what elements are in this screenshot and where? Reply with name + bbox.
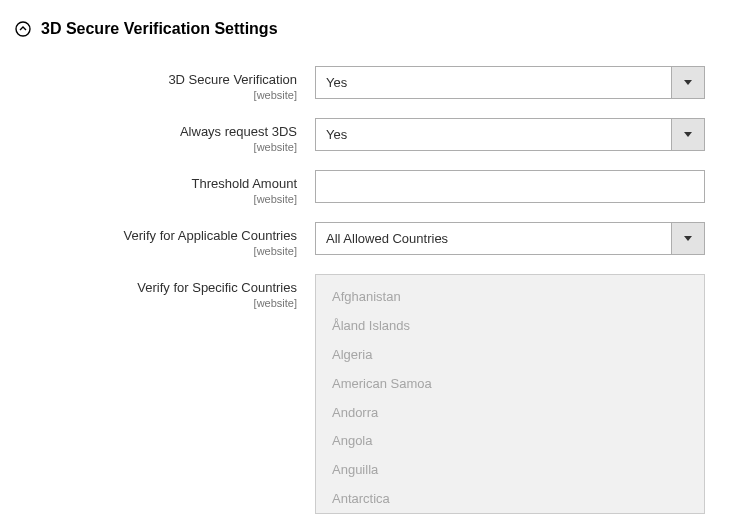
- row-3ds-verification: 3D Secure Verification [website] Yes: [15, 66, 730, 102]
- multiselect-option[interactable]: American Samoa: [316, 370, 704, 399]
- section-header[interactable]: 3D Secure Verification Settings: [15, 20, 730, 38]
- field-scope: [website]: [15, 193, 297, 206]
- field-scope: [website]: [15, 297, 297, 310]
- input-threshold-amount[interactable]: [315, 170, 705, 203]
- collapse-icon: [15, 21, 31, 37]
- section-title: 3D Secure Verification Settings: [41, 20, 278, 38]
- row-applicable-countries: Verify for Applicable Countries [website…: [15, 222, 730, 258]
- label-col: 3D Secure Verification [website]: [15, 66, 315, 102]
- chevron-down-icon: [671, 119, 704, 150]
- chevron-down-icon: [671, 223, 704, 254]
- select-value: Yes: [316, 127, 671, 142]
- field-label: 3D Secure Verification: [15, 72, 297, 89]
- field-scope: [website]: [15, 245, 297, 258]
- select-value: Yes: [316, 75, 671, 90]
- row-always-request-3ds: Always request 3DS [website] Yes: [15, 118, 730, 154]
- multiselect-option[interactable]: Angola: [316, 427, 704, 456]
- multiselect-option[interactable]: Afghanistan: [316, 283, 704, 312]
- row-specific-countries: Verify for Specific Countries [website] …: [15, 274, 730, 514]
- field-scope: [website]: [15, 89, 297, 102]
- multiselect-option[interactable]: Algeria: [316, 341, 704, 370]
- field-label: Verify for Specific Countries: [15, 280, 297, 297]
- select-3ds-verification[interactable]: Yes: [315, 66, 705, 99]
- label-col: Verify for Specific Countries [website]: [15, 274, 315, 310]
- field-scope: [website]: [15, 141, 297, 154]
- multiselect-option[interactable]: Antarctica: [316, 485, 704, 513]
- select-applicable-countries[interactable]: All Allowed Countries: [315, 222, 705, 255]
- row-threshold-amount: Threshold Amount [website]: [15, 170, 730, 206]
- multiselect-option[interactable]: Anguilla: [316, 456, 704, 485]
- multiselect-option[interactable]: Åland Islands: [316, 312, 704, 341]
- field-label: Verify for Applicable Countries: [15, 228, 297, 245]
- field-label: Threshold Amount: [15, 176, 297, 193]
- multiselect-option[interactable]: Andorra: [316, 399, 704, 428]
- chevron-down-icon: [671, 67, 704, 98]
- label-col: Verify for Applicable Countries [website…: [15, 222, 315, 258]
- select-value: All Allowed Countries: [316, 231, 671, 246]
- multiselect-specific-countries[interactable]: AfghanistanÅland IslandsAlgeriaAmerican …: [315, 274, 705, 514]
- svg-point-0: [16, 22, 30, 36]
- multiselect-list[interactable]: AfghanistanÅland IslandsAlgeriaAmerican …: [316, 275, 704, 513]
- label-col: Always request 3DS [website]: [15, 118, 315, 154]
- select-always-request-3ds[interactable]: Yes: [315, 118, 705, 151]
- field-label: Always request 3DS: [15, 124, 297, 141]
- label-col: Threshold Amount [website]: [15, 170, 315, 206]
